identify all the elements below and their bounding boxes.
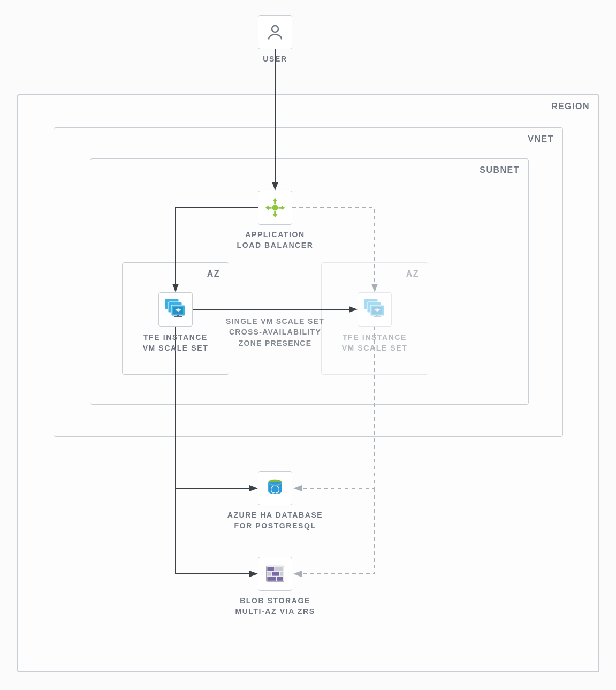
mid-line1: SINGLE VM SCALE SET: [226, 317, 324, 325]
user-icon: [265, 22, 285, 42]
mid-line2: CROSS-AVAILABILITY: [229, 328, 321, 336]
blob-line1: BLOB STORAGE: [240, 596, 310, 605]
blob-label: BLOB STORAGE MULTI-AZ VIA ZRS: [214, 595, 336, 617]
blob-storage-node: [258, 557, 292, 591]
user-node: [258, 15, 292, 49]
vnet-label: VNET: [528, 134, 554, 144]
az2-label: AZ: [406, 269, 419, 279]
load-balancer-node: [258, 191, 292, 225]
lb-label-line2: LOAD BALANCER: [237, 241, 314, 249]
vm-scale-set-icon: [163, 297, 188, 322]
tfe-az2-line2: VM SCALE SET: [342, 344, 408, 352]
svg-rect-19: [267, 572, 271, 575]
subnet-label: SUBNET: [480, 165, 520, 175]
db-line1: AZURE HA DATABASE: [227, 511, 323, 519]
az1-label: AZ: [207, 269, 220, 279]
vm-scale-set-icon-faded: [362, 297, 387, 322]
svg-rect-21: [280, 572, 283, 575]
user-label-text: USER: [263, 55, 287, 63]
svg-rect-20: [272, 572, 279, 575]
cross-az-annotation: SINGLE VM SCALE SET CROSS-AVAILABILITY Z…: [223, 316, 328, 348]
tfe-az1-line1: TFE INSTANCE: [143, 333, 208, 342]
region-label: REGION: [551, 102, 590, 111]
svg-rect-22: [267, 577, 276, 581]
svg-point-1: [272, 205, 278, 211]
svg-rect-23: [277, 577, 283, 581]
db-label: AZURE HA DATABASE FOR POSTGRESQL: [214, 510, 336, 532]
svg-rect-6: [177, 315, 179, 317]
svg-rect-17: [267, 567, 274, 571]
load-balancer-icon: [263, 196, 287, 219]
svg-point-0: [272, 26, 278, 32]
mid-line3: ZONE PRESENCE: [239, 339, 312, 347]
lb-label-line1: APPLICATION: [245, 230, 305, 239]
blob-storage-icon: [263, 562, 287, 586]
tfe-az1-label: TFE INSTANCE VM SCALE SET: [124, 332, 227, 354]
tfe-az2-label: TFE INSTANCE VM SCALE SET: [323, 332, 426, 354]
svg-rect-18: [275, 567, 283, 571]
architecture-diagram: REGION VNET SUBNET AZ AZ: [0, 0, 616, 690]
postgresql-node: [258, 471, 292, 505]
user-label: USER: [231, 54, 319, 64]
svg-rect-12: [376, 315, 378, 317]
database-icon: [263, 476, 287, 500]
tfe-az1-line2: VM SCALE SET: [143, 344, 209, 352]
blob-line2: MULTI-AZ VIA ZRS: [235, 607, 315, 616]
tfe-az2-line1: TFE INSTANCE: [343, 333, 407, 342]
lb-label: APPLICATION LOAD BALANCER: [214, 229, 336, 251]
tfe-instance-az1: [158, 292, 193, 327]
db-line2: FOR POSTGRESQL: [234, 521, 316, 530]
tfe-instance-az2: [358, 292, 392, 327]
